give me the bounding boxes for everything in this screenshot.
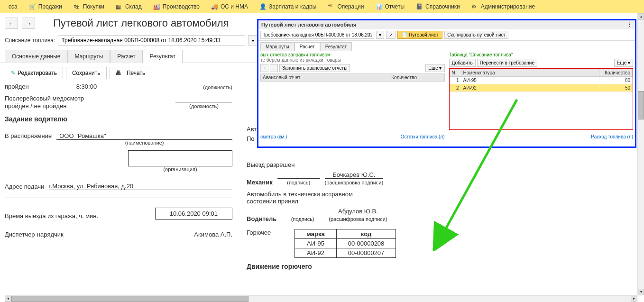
inset-link-balance[interactable]: Остатки топлива (л) xyxy=(401,134,445,139)
scroll-down-button[interactable]: ▾ xyxy=(638,289,644,295)
tech-ok: Автомобиль в технически исправном состоя… xyxy=(247,191,356,205)
inset-more-right-button[interactable]: Еще ▾ xyxy=(614,59,633,67)
inset-redbox: NНоменклатураКоличество 1АИ-9580 2АИ-925… xyxy=(449,68,634,130)
menu-sales[interactable]: 🛒Продажи xyxy=(23,0,68,13)
driver-label: Водитель xyxy=(247,215,276,222)
menu-refs[interactable]: 📓Справочники xyxy=(410,0,466,13)
inset-menu-icon[interactable]: ⋮ xyxy=(627,22,632,28)
cart-icon: 🛒 xyxy=(29,3,36,10)
filter-dropdown-button[interactable]: ▾ xyxy=(248,35,258,46)
depart-allowed: Выезд разрешен xyxy=(247,161,639,168)
inset-add-button[interactable]: Добавить xyxy=(449,59,476,67)
position-label1: (должность) xyxy=(203,84,232,90)
tab-routes[interactable]: Маршруты xyxy=(68,50,110,63)
inset-up-button[interactable]: ↑ xyxy=(260,64,268,72)
address-label: Адрес подачи xyxy=(5,183,44,190)
inset-copy-button[interactable]: Скопировать путевой лист xyxy=(444,31,508,39)
forward-button[interactable]: → xyxy=(22,18,35,29)
inset-title: Путевой лист легкового автомобиля⋮ xyxy=(258,20,635,29)
inset-dropdown-button[interactable]: ▾ xyxy=(376,31,384,39)
barchart-icon: 📊 xyxy=(376,3,382,10)
factory-icon: 🏭 xyxy=(153,3,160,10)
back-button[interactable]: ← xyxy=(5,18,18,29)
po-label: По xyxy=(247,135,255,142)
inset-left-pane: вых отчетов заправки топливом те берем д… xyxy=(258,51,447,140)
scroll-right-button[interactable]: ▸ xyxy=(631,296,637,302)
dispatcher-name: Акимова А.П. xyxy=(194,231,232,238)
org-box xyxy=(128,150,232,166)
fuel-move-heading: Движение горючего xyxy=(247,263,639,270)
inset-tab-result[interactable]: Результат xyxy=(320,42,352,51)
inset-down-button[interactable]: ↓ xyxy=(270,64,278,72)
menu-reports[interactable]: 📊Отчеты xyxy=(370,0,410,13)
inset-fuel-grid[interactable]: NНоменклатураКоличество 1АИ-9580 2АИ-925… xyxy=(450,69,633,92)
inset-right-heading: Таблица "Списание топлива" xyxy=(449,52,634,57)
menu-kassa[interactable]: сса xyxy=(3,0,23,13)
inset-tab-routes[interactable]: Маршруты xyxy=(260,42,294,51)
inset-more-left-button[interactable]: Еще ▾ xyxy=(425,64,444,72)
passed-label: пройден xyxy=(5,83,29,90)
inset-move-button[interactable]: Перенести в требование xyxy=(477,59,537,67)
inset-panel: Путевой лист легкового автомобиля⋮ ▾ ↗ 📄… xyxy=(257,19,636,148)
table-row: 1АИ-9580 xyxy=(450,77,633,84)
mechanic-label: Механик xyxy=(247,179,273,186)
menu-operations[interactable]: ᴬᴷОперации xyxy=(322,0,369,13)
inset-left-sub: те берем данные из вкладки Товары xyxy=(260,57,445,63)
org-sub: (наименование) xyxy=(56,140,232,146)
passed-not-label: пройден / не пройден xyxy=(5,102,66,110)
menu-warehouse[interactable]: ▦Склад xyxy=(110,0,147,13)
disposal-label: В распоряжение xyxy=(5,132,52,139)
menu-admin[interactable]: ⚙Администрирование xyxy=(466,0,541,13)
inset-link-consumption[interactable]: Расход топлива (л) xyxy=(591,134,633,139)
fuel-writeoff-select[interactable] xyxy=(58,35,245,46)
address-value: г.Москва, ул. Рябиновая, д.20 xyxy=(49,183,232,190)
time-value: 8:30:00 xyxy=(76,83,97,90)
scroll-left-button[interactable]: ◂ xyxy=(5,296,11,302)
org-name: ООО "Ромашка" xyxy=(56,132,232,140)
inset-waybill-button[interactable]: 📄Путевой лист xyxy=(397,31,442,39)
cart2-icon: 🛍 xyxy=(74,3,80,10)
book-icon: 📓 xyxy=(416,3,423,10)
tab-main-data[interactable]: Основные данные xyxy=(5,50,68,63)
tab-result[interactable]: Результат xyxy=(142,50,183,63)
boxes-icon: ▦ xyxy=(116,3,122,10)
main-menubar: сса 🛒Продажи 🛍Покупки ▦Склад 🏭Производст… xyxy=(0,0,644,13)
save-button[interactable]: Сохранить xyxy=(66,67,107,79)
scroll-thumb[interactable] xyxy=(638,91,644,119)
ops-icon: ᴬᴷ xyxy=(328,3,334,10)
post-trip-label: Послерейсовый медосмотр xyxy=(5,95,232,102)
fuel-table: маркакод АИ-9500-00000208 АИ-9200-000002… xyxy=(294,229,396,258)
horizontal-scrollbar[interactable]: ◂ ▸ xyxy=(5,295,637,302)
menu-salary[interactable]: 👤Зарплата и кадры xyxy=(254,0,322,13)
printer-icon: 🖶 xyxy=(116,70,121,76)
inset-open-button[interactable]: ↗ xyxy=(386,31,396,39)
driver-name: Абдулов Ю.В. xyxy=(329,208,387,215)
gear-icon: ⚙ xyxy=(471,3,478,10)
dispatcher-label: Диспетчер-нарядчик xyxy=(5,231,64,238)
tab-calc[interactable]: Расчет xyxy=(110,50,142,63)
filter-label: Списание топлива: xyxy=(5,37,55,44)
inset-right-pane: Таблица "Списание топлива" Добавить Пере… xyxy=(447,51,635,140)
depart-label: Время выезда из гаража, ч. мин. xyxy=(5,212,98,220)
edit-button[interactable]: ✎Редактировать xyxy=(5,67,63,79)
inset-fill-button[interactable]: Заполнить авансовые отчеты xyxy=(279,64,350,72)
menu-os-nma[interactable]: 🚚ОС и НМА xyxy=(205,0,254,13)
vertical-scrollbar[interactable]: ▴ ▾ xyxy=(637,13,644,295)
pencil-icon: ✎ xyxy=(11,70,16,76)
scroll-up-button[interactable]: ▴ xyxy=(638,13,644,20)
menu-production[interactable]: 🏭Производство xyxy=(147,0,205,13)
fuel-label: Горючее xyxy=(247,229,271,236)
hscroll-thumb[interactable] xyxy=(11,296,248,302)
person-icon: 👤 xyxy=(259,3,266,10)
truck-icon: 🚚 xyxy=(211,3,218,10)
inset-doc-select[interactable] xyxy=(260,31,374,39)
doc-icon: 📄 xyxy=(402,32,407,37)
table-row: 2АИ-9250 xyxy=(450,84,633,92)
print-button[interactable]: 🖶 Печать xyxy=(110,67,152,79)
page-title: Путевой лист легкового автомобиля xyxy=(53,17,229,29)
inset-link-odometer[interactable]: эметра (км.) xyxy=(260,134,287,139)
menu-purchases[interactable]: 🛍Покупки xyxy=(68,0,110,13)
inset-tab-calc[interactable]: Расчет xyxy=(294,42,320,51)
inset-left-grid[interactable]: Авансовый отчетКоличество xyxy=(260,73,445,82)
position-label2: (должность) xyxy=(189,103,219,109)
